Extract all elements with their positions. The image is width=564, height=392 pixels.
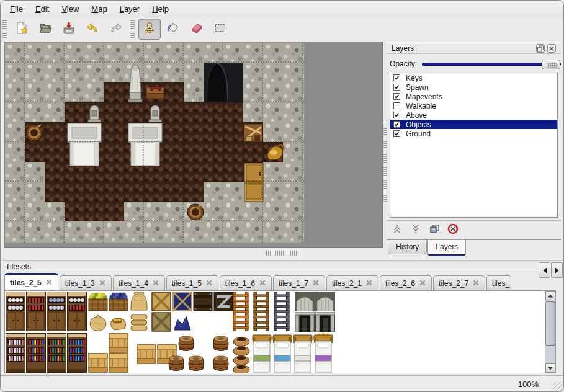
tile-crate-produce-veg[interactable] xyxy=(88,292,108,311)
tile-shelf-books-multi[interactable] xyxy=(47,333,66,373)
tileset-tab-tiles_2_7[interactable]: tiles_2_7 xyxy=(433,275,485,291)
tile-arch-door[interactable] xyxy=(315,312,335,332)
tile-pot-stack[interactable] xyxy=(232,333,251,373)
close-tab-icon[interactable] xyxy=(205,279,213,288)
tile-barrel-up[interactable] xyxy=(211,353,231,373)
tileset-tab-tiles_1_4[interactable]: tiles_1_4 xyxy=(113,275,165,291)
close-tab-icon[interactable] xyxy=(45,278,53,288)
layer-visibility-checkbox[interactable] xyxy=(393,102,400,109)
menu-item-help[interactable]: Help xyxy=(146,1,175,17)
scroll-tabs-right-button[interactable] xyxy=(551,262,563,278)
save-button[interactable] xyxy=(58,19,80,40)
layer-row-objects[interactable]: Objects xyxy=(390,120,557,129)
dock-tab-layers[interactable]: Layers xyxy=(427,240,466,256)
tile-crate-produce-grapes[interactable] xyxy=(109,292,128,311)
menu-item-map[interactable]: Map xyxy=(85,1,113,17)
open-folder-button[interactable] xyxy=(34,19,56,40)
tile-shelf-cabinet-dishes[interactable] xyxy=(6,292,25,331)
tile-shelf-books-blue[interactable] xyxy=(67,333,87,373)
fill-bucket-tool-button[interactable] xyxy=(162,19,184,40)
tile-arch-door[interactable] xyxy=(295,312,315,332)
tile-shelf-cabinet-red[interactable] xyxy=(26,292,46,331)
undo-button[interactable] xyxy=(81,19,104,40)
tileset-tab-tiles_2_6[interactable]: tiles_2_6 xyxy=(380,275,432,291)
move-layer-down-button[interactable] xyxy=(409,223,423,237)
tileset-tab-tiles_2_5[interactable]: tiles_2_5 xyxy=(4,273,58,291)
tile-ladder-gray[interactable] xyxy=(272,292,292,331)
layer-visibility-checkbox[interactable] xyxy=(393,121,400,128)
rect-select-tool-button[interactable] xyxy=(209,19,231,40)
tile-crate-dark[interactable] xyxy=(193,292,213,311)
tile-navy-pile[interactable] xyxy=(172,312,192,332)
tile-shelf-books-redblue[interactable] xyxy=(26,333,46,373)
layer-row-spawn[interactable]: Spawn xyxy=(390,82,557,92)
tileset-tab-tiles_1_6[interactable]: tiles_1_6 xyxy=(220,275,272,291)
stamp-tool-button[interactable] xyxy=(138,19,161,40)
tile-box[interactable] xyxy=(109,333,128,353)
layer-row-above[interactable]: Above xyxy=(390,110,557,120)
close-tab-icon[interactable] xyxy=(419,279,426,288)
layer-row-ground[interactable]: Ground xyxy=(390,129,557,138)
close-tab-icon[interactable] xyxy=(365,279,373,288)
tile-box[interactable] xyxy=(109,353,128,373)
tileset-tab-tiles_1_7[interactable]: tiles_1_7 xyxy=(273,275,325,291)
layer-visibility-checkbox[interactable] xyxy=(393,130,400,137)
new-file-button[interactable] xyxy=(11,19,33,40)
scroll-tabs-left-button[interactable] xyxy=(539,262,550,278)
tileset-content[interactable] xyxy=(4,290,545,373)
tileset-tab-tiles_2_1[interactable]: tiles_2_1 xyxy=(326,275,378,291)
delete-layer-button[interactable] xyxy=(446,223,460,237)
tile-sack-round[interactable] xyxy=(88,312,108,332)
horizontal-splitter-handle[interactable] xyxy=(266,251,300,256)
toolbar-drag-handle[interactable] xyxy=(2,20,7,38)
tile-barrel-up[interactable] xyxy=(176,333,196,353)
tile-box[interactable] xyxy=(88,353,108,373)
tile-box[interactable] xyxy=(137,344,156,364)
tileset-tab-tiles_1_3[interactable]: tiles_1_3 xyxy=(60,275,112,291)
move-layer-up-button[interactable] xyxy=(390,223,404,237)
redo-button[interactable] xyxy=(105,19,127,40)
scroll-down-button[interactable] xyxy=(545,363,555,373)
tile-ladder-brown[interactable] xyxy=(251,292,271,331)
scroll-up-button[interactable] xyxy=(545,291,555,300)
map-canvas[interactable] xyxy=(5,43,304,243)
float-panel-icon[interactable] xyxy=(536,44,545,53)
tile-shelf-cabinet-jars[interactable] xyxy=(67,292,87,331)
close-tab-icon[interactable] xyxy=(259,279,266,288)
close-tab-icon[interactable] xyxy=(312,279,320,288)
layer-visibility-checkbox[interactable] xyxy=(393,74,400,81)
tile-barrel-up[interactable] xyxy=(211,333,231,353)
window-resize-grip[interactable] xyxy=(553,382,562,391)
close-panel-icon[interactable] xyxy=(547,44,556,53)
layer-row-walkable[interactable]: Walkable xyxy=(390,101,557,110)
tile-shelf-books-milk[interactable] xyxy=(6,333,25,373)
scrollbar-thumb[interactable] xyxy=(545,301,555,346)
tile-arch-top[interactable] xyxy=(295,292,315,311)
tile-crate-x-olive[interactable] xyxy=(151,312,171,332)
tile-crate-x-tan[interactable] xyxy=(151,292,171,311)
layer-visibility-checkbox[interactable] xyxy=(393,93,400,100)
layer-row-mapevents[interactable]: Mapevents xyxy=(390,92,557,101)
opacity-slider[interactable] xyxy=(422,63,561,66)
tileset-tab-tiles_1_5[interactable]: tiles_1_5 xyxy=(166,275,218,291)
menu-item-layer[interactable]: Layer xyxy=(114,1,146,17)
menu-item-view[interactable]: View xyxy=(55,1,85,17)
layer-visibility-checkbox[interactable] xyxy=(393,112,400,118)
tile-crate-navy[interactable] xyxy=(172,292,192,311)
tile-shelf-cabinet-plates[interactable] xyxy=(47,292,66,331)
close-tab-icon[interactable] xyxy=(152,279,159,288)
tile-bed-green[interactable] xyxy=(252,333,272,373)
map-viewport[interactable] xyxy=(4,42,383,248)
toolbar-drag-handle[interactable] xyxy=(130,20,135,38)
close-tab-icon[interactable] xyxy=(99,279,106,288)
tile-ladder-orange[interactable] xyxy=(231,292,251,331)
tileset-tab-tiles-truncated[interactable]: tiles_ xyxy=(486,275,511,291)
tile-sack-gold[interactable] xyxy=(109,312,128,332)
tile-bed-blue[interactable] xyxy=(272,333,292,373)
tile-arch-top[interactable] xyxy=(315,292,335,311)
duplicate-layer-button[interactable] xyxy=(427,223,441,237)
dock-tab-history[interactable]: History xyxy=(388,240,427,254)
layer-row-keys[interactable]: Keys xyxy=(390,73,557,82)
opacity-slider-handle[interactable] xyxy=(542,60,560,69)
layer-visibility-checkbox[interactable] xyxy=(393,84,400,91)
